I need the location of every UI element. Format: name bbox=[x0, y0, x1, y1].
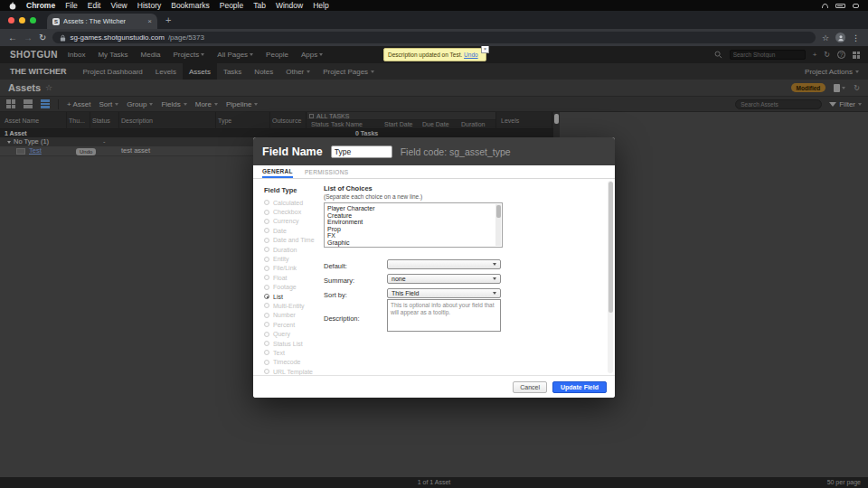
field-type-option[interactable]: Calculated bbox=[264, 198, 315, 207]
field-name-input[interactable] bbox=[331, 145, 392, 158]
radio-icon bbox=[264, 247, 269, 252]
field-type-option-selected[interactable]: List bbox=[264, 292, 315, 301]
field-type-option[interactable]: Status List bbox=[264, 339, 315, 348]
field-type-option[interactable]: Checkbox bbox=[264, 207, 315, 216]
field-type-option[interactable]: Percent bbox=[264, 320, 315, 329]
radio-icon bbox=[264, 341, 269, 346]
sort-by-label: Sort by: bbox=[324, 291, 347, 299]
radio-icon bbox=[264, 285, 269, 290]
tab-close-icon[interactable]: × bbox=[147, 17, 152, 25]
field-type-option[interactable]: Footage bbox=[264, 283, 315, 292]
tab-permissions[interactable]: PERMISSIONS bbox=[305, 165, 348, 178]
description-textarea[interactable]: This is optional info about your field t… bbox=[387, 299, 501, 332]
sort-by-select[interactable]: This Field bbox=[387, 288, 501, 298]
dialog-body: Field Type Calculated Checkbox Currency … bbox=[253, 179, 615, 375]
default-select[interactable] bbox=[387, 259, 501, 269]
choices-hint: (Separate each choice on a new line.) bbox=[324, 193, 503, 200]
minimize-window-icon[interactable] bbox=[19, 17, 25, 23]
maximize-window-icon[interactable] bbox=[30, 17, 36, 23]
field-type-option[interactable]: Query bbox=[264, 329, 315, 338]
field-type-option[interactable]: Duration bbox=[264, 245, 315, 254]
field-type-list: Field Type Calculated Checkbox Currency … bbox=[264, 186, 315, 375]
caret-down-icon bbox=[493, 277, 496, 280]
profile-avatar[interactable] bbox=[835, 33, 845, 42]
field-type-option[interactable]: URL Template bbox=[264, 367, 315, 375]
menu-view[interactable]: View bbox=[110, 1, 127, 10]
field-type-option[interactable]: Date bbox=[264, 226, 315, 235]
browser-toolbar: ← → ↻ sg-games.shotgunstudio.com/page/53… bbox=[0, 29, 868, 46]
dialog-scrollbar[interactable] bbox=[608, 181, 613, 373]
list-of-choices: List of Choices (Separate each choice on… bbox=[324, 184, 503, 248]
radio-icon bbox=[264, 332, 269, 337]
back-icon[interactable]: ← bbox=[8, 33, 17, 42]
summary-select[interactable]: none bbox=[387, 274, 501, 284]
menu-chrome[interactable]: Chrome bbox=[26, 1, 55, 10]
radio-icon bbox=[264, 275, 269, 280]
browser-menu-icon[interactable]: ⋮ bbox=[852, 33, 860, 42]
address-bar[interactable]: sg-games.shotgunstudio.com/page/5373 bbox=[52, 32, 816, 43]
radio-icon bbox=[264, 257, 269, 262]
radio-icon bbox=[264, 200, 269, 205]
field-type-option[interactable]: File/Link bbox=[264, 264, 315, 273]
menu-help[interactable]: Help bbox=[313, 1, 328, 10]
field-type-option[interactable]: Date and Time bbox=[264, 236, 315, 245]
field-type-option[interactable]: Float bbox=[264, 273, 315, 282]
window-controls bbox=[8, 17, 36, 23]
new-tab-icon[interactable]: + bbox=[165, 14, 171, 25]
caret-down-icon bbox=[493, 292, 496, 295]
choices-textarea[interactable]: Player Character Creature Environment Pr… bbox=[324, 202, 503, 248]
radio-icon bbox=[264, 360, 269, 365]
default-label: Default: bbox=[324, 262, 347, 270]
field-type-option[interactable]: Currency bbox=[264, 217, 315, 226]
menu-bookmarks[interactable]: Bookmarks bbox=[171, 1, 210, 10]
field-type-option[interactable]: Entity bbox=[264, 254, 315, 263]
close-window-icon[interactable] bbox=[8, 17, 14, 23]
description-label: Description: bbox=[324, 314, 360, 323]
tab-general[interactable]: GENERAL bbox=[262, 165, 293, 178]
radio-icon bbox=[264, 350, 269, 355]
scroll-thumb[interactable] bbox=[496, 205, 501, 218]
browser-tab[interactable]: S Assets : The Witcher × bbox=[47, 14, 157, 29]
field-type-option[interactable]: Text bbox=[264, 348, 315, 357]
bookmark-star-icon[interactable]: ☆ bbox=[822, 33, 829, 42]
menu-people[interactable]: People bbox=[220, 1, 243, 10]
apple-icon[interactable] bbox=[9, 2, 16, 10]
menu-window[interactable]: Window bbox=[276, 1, 303, 10]
scroll-thumb[interactable] bbox=[609, 182, 613, 313]
radio-icon bbox=[264, 313, 269, 318]
wifi-icon[interactable] bbox=[822, 4, 828, 8]
field-type-option[interactable]: Number bbox=[264, 311, 315, 320]
toast-notification: Description updated on Test. Undo × bbox=[383, 48, 486, 61]
control-center-icon[interactable] bbox=[853, 4, 859, 8]
field-type-option[interactable]: Timecode bbox=[264, 358, 315, 367]
forward-icon[interactable]: → bbox=[24, 33, 33, 42]
update-field-button[interactable]: Update Field bbox=[552, 381, 607, 393]
choice-line: FX bbox=[327, 232, 493, 239]
dialog-tabs: GENERAL PERMISSIONS bbox=[253, 165, 615, 179]
battery-icon bbox=[835, 4, 845, 8]
lock-icon bbox=[60, 34, 66, 42]
dialog-footer: Cancel Update Field bbox=[253, 375, 615, 398]
radio-icon bbox=[264, 219, 269, 224]
reload-icon[interactable]: ↻ bbox=[39, 33, 46, 42]
menu-history[interactable]: History bbox=[137, 1, 161, 10]
tab-title: Assets : The Witcher bbox=[63, 17, 126, 25]
radio-icon bbox=[264, 238, 269, 243]
url-path: /page/5373 bbox=[168, 33, 204, 42]
toast-close-icon[interactable]: × bbox=[481, 46, 489, 53]
toast-undo-link[interactable]: Undo bbox=[464, 52, 478, 58]
choices-scrollbar[interactable] bbox=[495, 204, 501, 246]
menu-tab[interactable]: Tab bbox=[253, 1, 266, 10]
radio-icon bbox=[264, 369, 269, 374]
macos-menubar: Chrome File Edit View History Bookmarks … bbox=[0, 0, 868, 11]
choice-line: Player Character bbox=[327, 205, 493, 212]
field-type-option[interactable]: Multi-Entity bbox=[264, 301, 315, 310]
caret-down-icon bbox=[493, 263, 496, 266]
choice-line: Graphic bbox=[327, 239, 493, 247]
menu-file[interactable]: File bbox=[65, 1, 78, 10]
person-icon bbox=[837, 34, 844, 42]
menu-edit[interactable]: Edit bbox=[88, 1, 101, 10]
cancel-button[interactable]: Cancel bbox=[513, 381, 547, 393]
screen: Chrome File Edit View History Bookmarks … bbox=[0, 0, 868, 488]
field-type-heading: Field Type bbox=[264, 186, 315, 194]
